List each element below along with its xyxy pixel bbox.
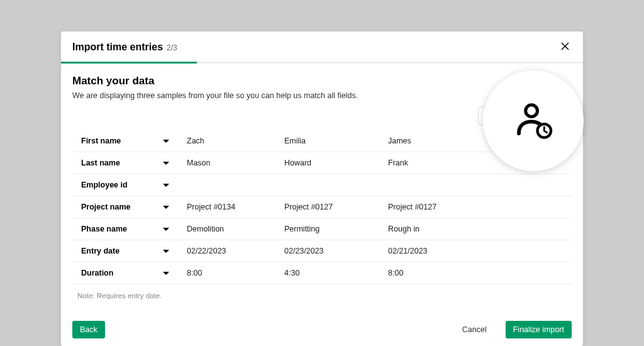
caret-down-icon: [163, 140, 169, 143]
modal-title-wrap: Import time entries 2/3: [72, 42, 177, 53]
field-dropdown-duration[interactable]: Duration: [72, 269, 178, 277]
field-label: Project name: [81, 203, 131, 211]
svg-point-0: [526, 105, 538, 117]
close-icon: [561, 42, 569, 50]
sample-cell: Permitting: [275, 225, 379, 233]
modal-footer: Back Cancel Finalize import: [72, 321, 572, 338]
caret-down-icon: [163, 184, 169, 187]
sample-cell: 4:30: [275, 269, 379, 277]
user-clock-icon: [511, 98, 556, 143]
sample-cell: Frank: [379, 159, 477, 167]
user-clock-badge: [483, 70, 584, 171]
field-label: Phase name: [81, 225, 127, 233]
sample-cell: 02/22/2023: [178, 247, 275, 255]
sample-cell: Rough in: [379, 225, 477, 233]
sample-cell: Emilia: [275, 137, 379, 145]
table-row: Employee id: [72, 174, 572, 196]
field-dropdown-entry-date[interactable]: Entry date: [72, 247, 178, 255]
footer-right: Cancel Finalize import: [455, 321, 572, 338]
table-row: Project name Project #0134 Project #0127…: [72, 196, 572, 218]
field-dropdown-project-name[interactable]: Project name: [72, 203, 178, 211]
field-label: Entry date: [81, 247, 119, 255]
field-dropdown-first-name[interactable]: First name: [72, 137, 178, 145]
field-label: First name: [81, 137, 121, 145]
sample-cell: Project #0127: [275, 203, 379, 211]
modal-title: Import time entries: [72, 42, 163, 53]
caret-down-icon: [163, 162, 169, 165]
caret-down-icon: [163, 250, 169, 253]
caret-down-icon: [163, 206, 169, 209]
field-dropdown-phase-name[interactable]: Phase name: [72, 225, 178, 233]
field-dropdown-employee-id[interactable]: Employee id: [72, 181, 178, 189]
caret-down-icon: [163, 228, 169, 231]
field-label: Employee id: [81, 181, 128, 189]
sample-cell: 02/23/2023: [275, 247, 379, 255]
sample-cell: 02/21/2023: [379, 247, 477, 255]
field-dropdown-last-name[interactable]: Last name: [72, 159, 178, 167]
modal-step: 2/3: [167, 43, 177, 52]
table-row: Phase name Demolition Permitting Rough i…: [72, 218, 572, 240]
close-button[interactable]: [558, 40, 572, 54]
field-label: Last name: [81, 159, 120, 167]
sample-cell: Mason: [178, 159, 275, 167]
sample-cell: James: [379, 137, 477, 145]
sample-cell: Project #0127: [379, 203, 477, 211]
sample-cell: 8:00: [178, 269, 275, 277]
modal-header: Import time entries 2/3: [61, 31, 583, 62]
sample-cell: Project #0134: [178, 203, 275, 211]
sample-cell: Zach: [178, 137, 275, 145]
finalize-import-button[interactable]: Finalize import: [506, 321, 572, 338]
sample-cell: 8:00: [379, 269, 477, 277]
caret-down-icon: [163, 272, 169, 275]
note-text: Note: Requires entry date.: [72, 284, 572, 299]
field-label: Duration: [81, 269, 113, 277]
back-button[interactable]: Back: [72, 321, 105, 338]
sample-cell: Howard: [275, 159, 379, 167]
cancel-button[interactable]: Cancel: [455, 321, 494, 338]
table-row: Entry date 02/22/2023 02/23/2023 02/21/2…: [72, 240, 572, 262]
table-row: Duration 8:00 4:30 8:00: [72, 262, 572, 284]
sample-cell: Demolition: [178, 225, 275, 233]
